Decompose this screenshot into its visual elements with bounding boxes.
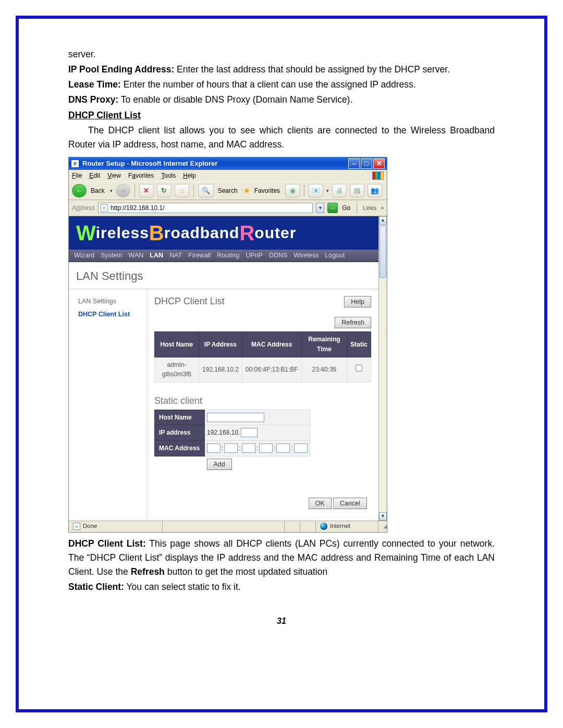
home-button[interactable]: ⌂ — [175, 184, 189, 198]
tab-wizard[interactable]: Wizard — [74, 251, 94, 261]
favorites-star-icon[interactable]: ★ — [243, 184, 250, 198]
menu-help[interactable]: Help — [183, 171, 196, 181]
banner-r: R — [239, 217, 254, 249]
forward-button[interactable]: → — [116, 184, 130, 198]
windows-flag-icon — [372, 171, 384, 180]
tab-lan[interactable]: LAN — [150, 251, 163, 261]
messenger-button[interactable]: 👥 — [368, 184, 382, 198]
links-chevron-icon[interactable]: » — [381, 205, 384, 212]
add-button[interactable]: Add — [207, 459, 232, 470]
mac-sep-icon: : — [221, 445, 224, 452]
menu-tools[interactable]: Tools — [161, 171, 176, 181]
favorites-label: Favorites — [254, 186, 280, 196]
banner-roadband: roadband — [164, 221, 240, 245]
scroll-thumb[interactable] — [380, 226, 386, 278]
edit-button[interactable]: ▤ — [350, 184, 364, 198]
scroll-up-icon[interactable]: ▲ — [379, 216, 387, 225]
tab-upnp[interactable]: UPnP — [246, 251, 263, 261]
cell-static — [347, 357, 371, 382]
resize-grip-icon[interactable]: ◢ — [378, 522, 387, 530]
toolbar: ← Back ▾ → ✕ ↻ ⌂ 🔍 Search ★ Favorites ◉ … — [69, 181, 387, 200]
label-ip-pool: IP Pool Ending Address: — [68, 64, 174, 75]
stop-button[interactable]: ✕ — [139, 184, 154, 198]
status-zone: Internet — [330, 522, 350, 531]
address-bar: Address e http://192.168.10.1/ ▾ → Go Li… — [69, 200, 387, 216]
col-ip: IP Address — [199, 332, 242, 357]
menu-file[interactable]: File — [72, 171, 82, 181]
leftnav-dhcp-client-list[interactable]: DHCP Client List — [78, 310, 142, 319]
media-button[interactable]: ◉ — [285, 184, 300, 198]
toolbar-sep — [134, 184, 135, 197]
leftnav-lan-settings[interactable]: LAN Settings — [78, 297, 142, 306]
address-dropdown-icon[interactable]: ▾ — [316, 203, 324, 213]
banner-w: W — [76, 217, 96, 249]
label-static-client: Static Client: — [68, 582, 124, 592]
refresh-list-button[interactable]: Refresh — [335, 317, 371, 328]
sc-mac-6[interactable] — [294, 443, 308, 453]
links-label[interactable]: Links — [361, 204, 378, 213]
address-field[interactable]: e http://192.168.10.1/ — [98, 203, 313, 213]
sc-mac-3[interactable] — [242, 443, 255, 453]
back-button[interactable]: ← — [72, 184, 87, 198]
mac-sep-icon: : — [255, 445, 259, 452]
ok-button[interactable]: OK — [309, 498, 332, 509]
tab-logout[interactable]: Logout — [325, 251, 345, 261]
tab-wan[interactable]: WAN — [129, 251, 144, 261]
menu-view[interactable]: View — [107, 171, 121, 181]
text-ip-pool-body: Enter the last address that should be as… — [174, 64, 450, 75]
status-bar: e Done Internet ◢ — [69, 521, 387, 532]
text-static-client: Static Client: You can select static to … — [68, 580, 495, 594]
tab-system[interactable]: System — [101, 251, 123, 261]
sc-ip-input[interactable] — [241, 428, 258, 437]
tab-firewall[interactable]: Firewall — [188, 251, 211, 261]
router-nav: Wizard System WAN LAN NAT Firewall Routi… — [69, 250, 378, 262]
sc-mac-5[interactable] — [276, 443, 290, 453]
static-checkbox[interactable] — [356, 365, 362, 372]
done-icon: e — [73, 523, 80, 530]
text-lease: Lease Time: Enter the number of hours th… — [68, 78, 495, 92]
sc-host-input[interactable] — [207, 413, 264, 422]
back-dropdown-icon[interactable]: ▾ — [110, 188, 113, 195]
sc-mac-1[interactable] — [207, 443, 221, 453]
go-button[interactable]: → — [327, 203, 338, 213]
scroll-down-icon[interactable]: ▼ — [379, 512, 387, 521]
label-dhcp-clientlist: DHCP Client List: — [68, 538, 146, 549]
sc-mac-4[interactable] — [259, 443, 273, 453]
doc-body: server. IP Pool Ending Address: Enter th… — [68, 47, 495, 628]
history-dropdown-icon[interactable]: ▾ — [326, 188, 329, 195]
text-static-body: You can select static to fix it. — [124, 582, 241, 592]
banner-ireless: ireless — [96, 221, 149, 245]
col-hostname: Host Name — [155, 332, 199, 357]
history-button[interactable]: 📧 — [309, 184, 323, 198]
sc-mac-2[interactable] — [224, 443, 238, 453]
table-row: admin-gtbs0m3f6 192.168.10.2 00:06:4F:13… — [155, 357, 371, 382]
help-button[interactable]: Help — [344, 296, 371, 307]
refresh-button[interactable]: ↻ — [157, 184, 172, 198]
page-content: Wireless Broadband Router Wizard System … — [69, 216, 378, 520]
vertical-scrollbar[interactable]: ▲ ▼ — [378, 216, 387, 520]
url-text: http://192.168.10.1/ — [111, 203, 164, 213]
bold-refresh: Refresh — [131, 566, 165, 577]
banner-outer: outer — [254, 221, 296, 245]
titlebar: e Router Setup - Microsoft Internet Expl… — [69, 157, 387, 170]
tab-ddns[interactable]: DDNS — [269, 251, 287, 261]
page-footer-buttons: OK Cancel — [154, 472, 371, 513]
tab-nat[interactable]: NAT — [169, 251, 182, 261]
menu-edit[interactable]: Edit — [89, 171, 100, 181]
cancel-button[interactable]: Cancel — [333, 498, 367, 509]
dhcp-table: Host Name IP Address MAC Address Remaini… — [154, 331, 371, 382]
page-title: LAN Settings — [69, 262, 378, 289]
maximize-button[interactable]: □ — [361, 158, 372, 169]
minimize-button[interactable]: – — [348, 158, 360, 169]
close-button[interactable]: ✕ — [373, 158, 385, 169]
tab-routing[interactable]: Routing — [217, 251, 239, 261]
text-dns: DNS Proxy: To enable or disable DNS Prox… — [68, 93, 495, 107]
mac-sep-icon: : — [273, 445, 276, 452]
menu-favorites[interactable]: Favorites — [128, 171, 154, 181]
search-icon[interactable]: 🔍 — [198, 184, 214, 198]
scroll-track[interactable] — [379, 225, 387, 512]
print-button[interactable]: 🖨 — [332, 184, 347, 198]
label-dns: DNS Proxy: — [68, 94, 118, 105]
toolbar-sep-3 — [304, 184, 304, 197]
tab-wireless[interactable]: Wireless — [293, 251, 319, 261]
